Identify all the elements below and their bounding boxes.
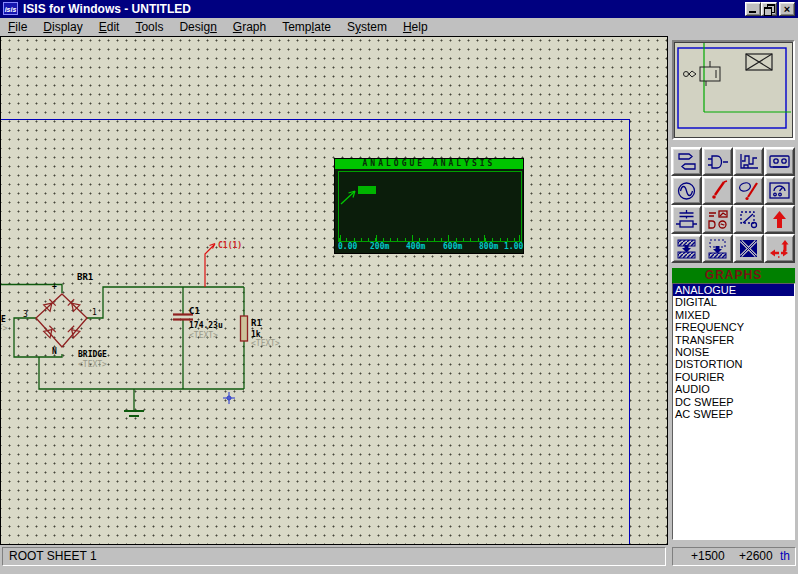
menu-graph[interactable]: Graph: [225, 18, 274, 36]
svg-text:T>: T>: [1, 324, 8, 333]
coordinate-y: +2600: [739, 548, 773, 565]
menu-system[interactable]: System: [339, 18, 395, 36]
block-delete-button[interactable]: [733, 234, 764, 263]
graph-title-bar[interactable]: ANALOGUE ANALYSIS: [335, 159, 523, 169]
x-tick-label: 1.00: [504, 242, 523, 251]
block-move-icon: [706, 238, 730, 260]
generator-mode-button[interactable]: [671, 176, 702, 205]
x-tick-label: 800m: [479, 242, 498, 251]
voltage-probe-mode-button[interactable]: [702, 176, 733, 205]
menu-display[interactable]: Display: [35, 18, 90, 36]
schematic-canvas[interactable]: BR1 + N 3 1 BRIDGE <TEXT> C1 174.23u <TE…: [0, 36, 668, 545]
graphs-item-transfer[interactable]: TRANSFER: [673, 334, 794, 346]
x-tick-label: 200m: [370, 242, 389, 251]
resistor-text-placeholder: <TEXT>: [251, 339, 280, 348]
minimize-button[interactable]: [745, 2, 761, 16]
block-move-button[interactable]: [702, 234, 733, 263]
block-delete-icon: [737, 238, 761, 260]
capacitor-text-placeholder: <TEXT>: [189, 331, 218, 340]
coordinate-x: +1500: [691, 548, 725, 565]
component-mode-icon: [675, 209, 699, 231]
x-tick-label: 600m: [443, 242, 462, 251]
graphs-item-frequency[interactable]: FREQUENCY: [673, 321, 794, 333]
block-copy-button[interactable]: [671, 234, 702, 263]
voltage-probe[interactable]: C1(1): [205, 241, 242, 287]
menu-help[interactable]: Help: [395, 18, 436, 36]
overview-viewport-lines: [704, 42, 791, 112]
graphs-item-ac-sweep[interactable]: AC SWEEP: [673, 408, 794, 420]
graphs-panel-header: GRAPHS: [672, 268, 795, 283]
graphs-item-audio[interactable]: AUDIO: [673, 383, 794, 395]
resistor-r1[interactable]: R1 1k <TEXT>: [241, 316, 281, 348]
marker-mode-button[interactable]: [702, 205, 733, 234]
coordinate-units: th: [780, 548, 790, 565]
resistor-ref: R1: [251, 318, 262, 328]
menu-template[interactable]: Template: [274, 18, 339, 36]
voltage-probe-mode-icon: [706, 180, 730, 202]
overview-mini-circuit: [684, 61, 721, 86]
graphs-item-distortion[interactable]: DISTORTION: [673, 358, 794, 370]
sheet-status: ROOT SHEET 1: [2, 547, 666, 566]
trace-swatch: [358, 186, 376, 194]
graphs-item-noise[interactable]: NOISE: [673, 346, 794, 358]
x-axis-major-tick: [412, 235, 413, 241]
analogue-graph-window[interactable]: ANALOGUE ANALYSIS 0.00: [334, 158, 524, 254]
x-axis-minor-ticks: [339, 238, 521, 241]
x-axis-major-tick: [484, 235, 485, 241]
component-mode-button[interactable]: [671, 205, 702, 234]
graph-mode-icon: [737, 151, 761, 173]
origin-marker: [223, 392, 235, 404]
bridge-pin-plus: +: [52, 282, 57, 291]
resistor-value: 1k: [251, 330, 261, 339]
bridge-type: BRIDGE: [78, 350, 107, 359]
graphs-item-fourier[interactable]: FOURIER: [673, 371, 794, 383]
menu-design[interactable]: Design: [171, 18, 224, 36]
tape-recorder-mode-button[interactable]: [764, 147, 795, 176]
block-transform-button[interactable]: [764, 234, 795, 263]
x-tick-label: 400m: [406, 242, 425, 251]
graphs-item-mixed[interactable]: MIXED: [673, 309, 794, 321]
x-axis-major-tick: [376, 235, 377, 241]
app-icon[interactable]: isis: [3, 2, 18, 15]
isis-window: isis ISIS for Windows - UNTITLED × File …: [0, 0, 798, 574]
ground-symbol[interactable]: [124, 389, 144, 416]
instrument-mode-button[interactable]: [764, 176, 795, 205]
graph-plot-area[interactable]: [338, 171, 522, 242]
bridge-pin-n: N: [52, 347, 57, 356]
pick-arrow-mode-icon: [768, 209, 792, 231]
graphs-item-digital[interactable]: DIGITAL: [673, 296, 794, 308]
bridge-rectifier[interactable]: BR1 + N 3 1 BRIDGE <TEXT>: [23, 272, 107, 369]
overview-drawing: [674, 42, 791, 136]
graphs-item-dc-sweep[interactable]: DC SWEEP: [673, 396, 794, 408]
terminal-mode-button[interactable]: [671, 147, 702, 176]
graph-mode-button[interactable]: [733, 147, 764, 176]
overview-map[interactable]: [672, 40, 795, 140]
wire-label-mode-button[interactable]: [733, 205, 764, 234]
x-axis-major-tick: [448, 235, 449, 241]
marker-mode-icon: [706, 209, 730, 231]
graphs-list: ANALOGUE DIGITAL MIXED FREQUENCY TRANSFE…: [672, 283, 795, 540]
pick-arrow-mode-button[interactable]: [764, 205, 795, 234]
bridge-pin-3: 3: [23, 310, 28, 319]
x-axis-major-tick: [519, 235, 520, 241]
generator-mode-icon: [675, 180, 699, 202]
current-probe-mode-icon: [737, 180, 761, 202]
current-probe-mode-button[interactable]: [733, 176, 764, 205]
capacitor-c1[interactable]: C1 174.23u <TEXT>: [173, 306, 223, 340]
diode: [44, 326, 56, 338]
menu-tools[interactable]: Tools: [127, 18, 171, 36]
menu-edit[interactable]: Edit: [91, 18, 128, 36]
status-bar: ROOT SHEET 1 +1500 +2600 th: [0, 546, 798, 568]
title-bar[interactable]: isis ISIS for Windows - UNTITLED ×: [0, 0, 798, 18]
bridge-text-placeholder: <TEXT>: [78, 360, 107, 369]
menu-file[interactable]: File: [0, 18, 35, 36]
capacitor-value: 174.23u: [189, 321, 223, 330]
gate-mode-button[interactable]: [702, 147, 733, 176]
graphs-item-analogue[interactable]: ANALOGUE: [673, 284, 794, 296]
capacitor-ref: C1: [189, 306, 200, 316]
restore-button[interactable]: [761, 2, 777, 16]
svg-text:E: E: [1, 315, 6, 324]
graph-cursor-overlay: [339, 172, 521, 241]
bridge-pin-1: 1: [92, 308, 97, 317]
close-button[interactable]: ×: [779, 2, 795, 16]
